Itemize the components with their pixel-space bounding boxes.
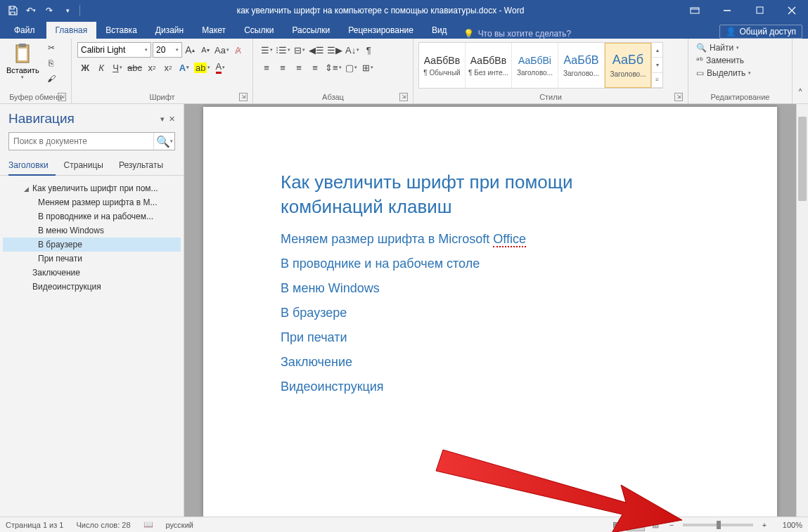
nav-menu-button[interactable]: ▾	[160, 115, 165, 124]
strikethrough-button[interactable]: abc	[126, 60, 143, 75]
tell-me-search[interactable]: 💡 Что вы хотите сделать?	[463, 29, 572, 39]
scrollbar-thumb[interactable]	[798, 117, 807, 201]
tree-item[interactable]: Меняем размер шрифта в M...	[3, 195, 181, 209]
maximize-button[interactable]	[743, 0, 776, 20]
align-left-button[interactable]: ≡	[259, 60, 274, 75]
change-case-button[interactable]: Aa	[213, 42, 231, 58]
font-launcher[interactable]: ⇲	[239, 93, 248, 101]
tab-references[interactable]: Ссылки	[235, 22, 283, 39]
tree-item[interactable]: В браузере	[3, 238, 181, 252]
superscript-button[interactable]: x2	[160, 60, 176, 75]
collapse-ribbon-button[interactable]: ˄	[797, 87, 803, 100]
styles-scroll-up[interactable]: ▴	[652, 43, 662, 58]
decrease-indent-button[interactable]: ◀☰	[307, 42, 326, 58]
grow-font-button[interactable]: A▴	[182, 42, 198, 58]
ribbon-display-button[interactable]	[679, 0, 711, 20]
highlight-button[interactable]: ab	[193, 60, 212, 75]
tab-mailings[interactable]: Рассылки	[283, 22, 339, 39]
language-status[interactable]: русский	[166, 521, 193, 529]
styles-expand[interactable]: ≡	[652, 73, 662, 88]
show-marks-button[interactable]: ¶	[361, 42, 376, 58]
shading-button[interactable]: ▢	[344, 60, 359, 75]
text-effects-button[interactable]: A	[177, 60, 192, 75]
styles-launcher[interactable]: ⇲	[674, 93, 683, 101]
tab-layout[interactable]: Макет	[193, 22, 235, 39]
sort-button[interactable]: A↓	[344, 42, 361, 58]
nav-search-input[interactable]	[9, 136, 153, 146]
bullets-button[interactable]: ☰	[259, 42, 274, 58]
shrink-font-button[interactable]: A▾	[198, 42, 213, 58]
nav-tab-headings[interactable]: Заголовки	[8, 156, 56, 176]
tab-review[interactable]: Рецензирование	[339, 22, 423, 39]
paste-button[interactable]: Вставить ▾	[4, 41, 42, 82]
minimize-button[interactable]	[711, 0, 743, 20]
line-spacing-button[interactable]: ⇕≡	[323, 60, 343, 75]
align-center-button[interactable]: ≡	[275, 60, 290, 75]
font-size-combo[interactable]: 20▾	[153, 42, 182, 58]
font-color-button[interactable]: A	[212, 60, 228, 75]
word-count-status[interactable]: Число слов: 28	[76, 521, 130, 529]
close-button[interactable]	[776, 0, 808, 20]
style-no-spacing[interactable]: АаБбВв¶ Без инте...	[466, 43, 512, 88]
paragraph-launcher[interactable]: ⇲	[399, 93, 408, 101]
zoom-slider[interactable]	[683, 524, 753, 526]
tree-item[interactable]: В проводнике и на рабочем...	[3, 209, 181, 223]
zoom-slider-thumb[interactable]	[717, 521, 721, 529]
page-number-status[interactable]: Страница 1 из 1	[6, 521, 63, 529]
nav-search-box[interactable]: 🔍▾	[8, 132, 175, 150]
style-heading1[interactable]: АаБбВіЗаголово...	[512, 43, 558, 88]
print-layout-button[interactable]: ▤	[627, 519, 645, 531]
styles-gallery[interactable]: АаБбВв¶ Обычный АаБбВв¶ Без инте... АаБб…	[418, 42, 663, 89]
replace-button[interactable]: ᵃᵇЗаменить	[695, 55, 752, 66]
zoom-level[interactable]: 100%	[771, 521, 802, 529]
tab-file[interactable]: Файл	[3, 22, 46, 39]
format-painter-button[interactable]: 🖌	[44, 72, 59, 86]
styles-scroll-down[interactable]: ▾	[652, 58, 662, 72]
nav-search-button[interactable]: 🔍▾	[153, 133, 174, 150]
redo-button[interactable]: ↷	[41, 2, 58, 19]
share-button[interactable]: 👤 Общий доступ	[719, 25, 802, 39]
cut-button[interactable]: ✂	[44, 41, 59, 55]
nav-tab-pages[interactable]: Страницы	[64, 156, 110, 175]
font-name-combo[interactable]: Calibri Light▾	[77, 42, 151, 58]
clipboard-launcher[interactable]: ⇲	[58, 93, 66, 101]
zoom-out-button[interactable]: −	[666, 521, 677, 529]
tree-item[interactable]: Заключение	[3, 266, 181, 280]
spell-check-icon[interactable]: 📖	[143, 520, 153, 529]
select-button[interactable]: ▭Выделить▾	[695, 67, 752, 79]
document-page[interactable]: Как увеличить шрифт при помощикомбинаций…	[203, 107, 777, 517]
web-layout-button[interactable]: ▥	[646, 519, 665, 531]
style-normal[interactable]: АаБбВв¶ Обычный	[419, 43, 466, 88]
tree-item[interactable]: При печати	[3, 252, 181, 266]
bold-button[interactable]: Ж	[77, 60, 93, 75]
tab-insert[interactable]: Вставка	[96, 22, 146, 39]
read-mode-button[interactable]: ▦	[607, 519, 625, 531]
tree-item[interactable]: В меню Windows	[3, 223, 181, 238]
subscript-button[interactable]: x2	[144, 60, 160, 75]
copy-button[interactable]: ⎘	[44, 56, 59, 70]
italic-button[interactable]: К	[94, 60, 109, 75]
increase-indent-button[interactable]: ☰▶	[326, 42, 344, 58]
save-button[interactable]	[4, 2, 21, 19]
nav-tab-results[interactable]: Результаты	[119, 156, 170, 175]
clear-formatting-button[interactable]: A̷	[231, 42, 246, 58]
style-heading3[interactable]: АаБбЗаголово...	[605, 43, 651, 88]
numbering-button[interactable]: ⁝☰	[274, 42, 292, 58]
multilevel-list-button[interactable]: ⊟	[292, 42, 307, 58]
zoom-in-button[interactable]: +	[759, 521, 770, 529]
tree-item[interactable]: ◢Как увеличить шрифт при пом...	[3, 181, 181, 195]
tab-design[interactable]: Дизайн	[146, 22, 193, 39]
borders-button[interactable]: ⊞	[360, 60, 376, 75]
nav-close-button[interactable]: ✕	[169, 115, 175, 124]
qat-customize-button[interactable]: ▾	[59, 2, 76, 19]
align-right-button[interactable]: ≡	[291, 60, 307, 75]
vertical-scrollbar[interactable]	[796, 104, 808, 517]
find-button[interactable]: 🔍Найти▾	[695, 42, 752, 53]
style-heading2[interactable]: АаБбВЗаголово...	[558, 43, 605, 88]
tab-view[interactable]: Вид	[423, 22, 456, 39]
tab-home[interactable]: Главная	[46, 22, 97, 39]
undo-button[interactable]: ↶▾	[23, 2, 39, 19]
justify-button[interactable]: ≡	[307, 60, 323, 75]
tree-item[interactable]: Видеоинструкция	[3, 280, 181, 294]
underline-button[interactable]: Ч	[110, 60, 125, 75]
